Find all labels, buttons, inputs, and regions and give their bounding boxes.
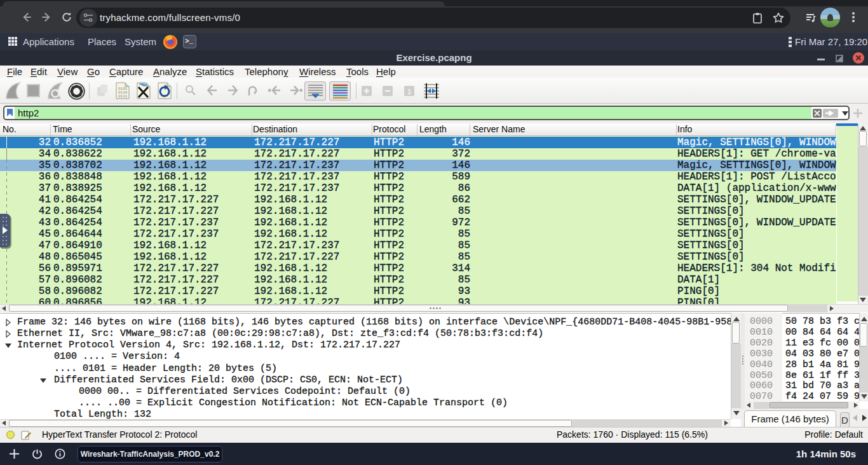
svg-text:0111: 0111 bbox=[118, 94, 128, 99]
svg-text:1: 1 bbox=[407, 88, 411, 95]
